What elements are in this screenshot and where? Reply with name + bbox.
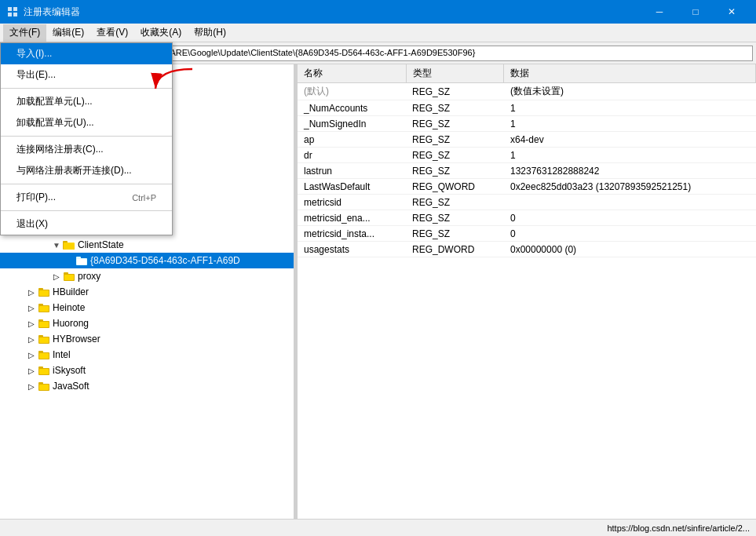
cell-name: dr (298, 148, 406, 163)
menu-load-hive[interactable]: 加载配置单元(L)... (1, 91, 172, 112)
svg-rect-44 (77, 259, 86, 264)
tree-item-guid[interactable]: {8A69D345-D564-463c-AFF1-A69D (0, 253, 294, 268)
svg-rect-67 (38, 382, 43, 385)
menu-file[interactable]: 文件(F) (3, 24, 46, 42)
cell-type: REG_SZ (406, 83, 504, 100)
expander-huorong: ▷ (25, 317, 38, 330)
table-row[interactable]: usagestatsREG_DWORD0x00000000 (0) (298, 242, 756, 257)
tree-label-huorong: Huorong (53, 318, 89, 329)
table-row[interactable]: metricsid_ena...REG_SZ0 (298, 210, 756, 226)
svg-rect-49 (38, 288, 43, 290)
tree-item-javasoft[interactable]: ▷ JavaSoft (0, 378, 294, 394)
svg-rect-53 (39, 306, 49, 312)
menu-connect-network[interactable]: 连接网络注册表(C)... (1, 139, 172, 160)
folder-icon-clientstate (63, 239, 75, 251)
menu-unload-hive[interactable]: 卸载配置单元(U)... (1, 112, 172, 133)
cell-type: REG_SZ (406, 148, 504, 163)
close-button[interactable]: ✕ (714, 0, 750, 24)
expander-javasoft: ▷ (25, 380, 38, 392)
status-bar: https://blog.csdn.net/sinfire/article/2.… (0, 519, 756, 536)
cell-data (504, 195, 756, 210)
menu-edit[interactable]: 编辑(E) (46, 24, 90, 42)
window-title: 注册表编辑器 (24, 5, 80, 19)
svg-rect-0 (8, 7, 12, 11)
cell-type: REG_SZ (406, 163, 504, 179)
table-row[interactable]: metricsid_insta...REG_SZ0 (298, 226, 756, 242)
expander-clientstate[interactable]: ▼ (50, 239, 63, 251)
svg-rect-50 (39, 290, 49, 296)
svg-rect-65 (39, 369, 49, 374)
svg-rect-64 (38, 366, 43, 369)
expander-iskysoft: ▷ (25, 364, 38, 377)
menu-print-label: 打印(P)... (16, 191, 56, 204)
table-row[interactable]: LastWasDefaultREG_QWORD0x2eec825dd03a23 … (298, 179, 756, 195)
svg-rect-1 (13, 7, 17, 11)
folder-icon-heinote (38, 301, 50, 314)
cell-data: 1 (504, 148, 756, 163)
menu-bar: 文件(F) 编辑(E) 查看(V) 收藏夹(A) 帮助(H) 导入(I)... … (0, 24, 756, 42)
tree-item-intel[interactable]: ▷ Intel (0, 347, 294, 363)
cell-type: REG_SZ (406, 116, 504, 132)
menu-help[interactable]: 帮助(H) (188, 24, 232, 42)
menu-view[interactable]: 查看(V) (90, 24, 134, 42)
cell-name: metricsid_insta... (298, 226, 406, 242)
cell-name: metricsid_ena... (298, 210, 406, 226)
menu-disconnect-network[interactable]: 与网络注册表断开连接(D)... (1, 160, 172, 181)
folder-icon-guid (75, 254, 88, 267)
menu-exit[interactable]: 退出(X) (1, 213, 172, 235)
cell-data: 0 (504, 210, 756, 226)
folder-icon-proxy (63, 270, 75, 283)
tree-item-heinote[interactable]: ▷ Heinote (0, 300, 294, 315)
cell-name: _NumSignedIn (298, 116, 406, 132)
cell-type: REG_SZ (406, 210, 504, 226)
menu-print[interactable]: 打印(P)... Ctrl+P (1, 187, 172, 208)
maximize-button[interactable]: □ (677, 0, 714, 24)
svg-rect-56 (39, 322, 49, 327)
separator-2 (1, 136, 172, 137)
title-bar-left: 注册表编辑器 (6, 5, 80, 19)
separator-1 (1, 88, 172, 89)
table-row[interactable]: lastrunREG_SZ13237631282888242 (298, 163, 756, 179)
menu-import[interactable]: 导入(I)... (1, 43, 172, 64)
cell-data: 1 (504, 116, 756, 132)
expander-guid (63, 254, 75, 267)
cell-data: 0x2eec825dd03a23 (13207893592521251) (504, 179, 756, 195)
tree-item-huorong[interactable]: ▷ Huorong (0, 315, 294, 331)
minimize-button[interactable]: ─ (641, 0, 677, 24)
cell-type: REG_DWORD (406, 242, 504, 257)
svg-rect-3 (13, 13, 17, 16)
svg-rect-41 (64, 242, 75, 250)
menu-export[interactable]: 导出(E)... (1, 64, 172, 86)
table-row[interactable]: drREG_SZ1 (298, 148, 756, 163)
tree-item-clientstate[interactable]: ▼ ClientState (0, 237, 294, 253)
table-row[interactable]: _NumAccountsREG_SZ1 (298, 100, 756, 116)
menu-favorites[interactable]: 收藏夹(A) (134, 24, 188, 42)
expander-hybrowser: ▷ (25, 333, 38, 345)
svg-rect-55 (38, 319, 43, 322)
cell-type: REG_SZ (406, 195, 504, 210)
tree-item-proxy[interactable]: ▷ proxy (0, 268, 294, 284)
cell-type: REG_SZ (406, 100, 504, 116)
cell-name: usagestats (298, 242, 406, 257)
tree-label-iskysoft: iSkysoft (53, 365, 86, 376)
col-header-name: 名称 (298, 64, 406, 83)
table-row[interactable]: apREG_SZx64-dev (298, 132, 756, 148)
tree-label-clientstate: ClientState (78, 239, 124, 250)
cell-type: REG_QWORD (406, 179, 504, 195)
folder-icon-intel (38, 348, 50, 361)
table-row[interactable]: _NumSignedInREG_SZ1 (298, 116, 756, 132)
detail-panel: 名称 类型 数据 (默认)REG_SZ(数值未设置)_NumAccountsRE… (298, 64, 756, 519)
folder-icon-iskysoft (38, 364, 50, 377)
tree-item-iskysoft[interactable]: ▷ iSkysoft (0, 363, 294, 378)
svg-rect-46 (64, 272, 68, 275)
table-row[interactable]: metricsidREG_SZ (298, 195, 756, 210)
tree-item-hbuilder[interactable]: ▷ HBuilder (0, 284, 294, 300)
tree-item-hybrowser[interactable]: ▷ HYBrowser (0, 331, 294, 347)
svg-rect-58 (38, 335, 43, 337)
cell-data: 0x00000000 (0) (504, 242, 756, 257)
cell-data: 0 (504, 226, 756, 242)
expander-proxy: ▷ (50, 270, 63, 283)
table-row[interactable]: (默认)REG_SZ(数值未设置) (298, 83, 756, 100)
cell-data: (数值未设置) (504, 83, 756, 100)
cell-data: x64-dev (504, 132, 756, 148)
